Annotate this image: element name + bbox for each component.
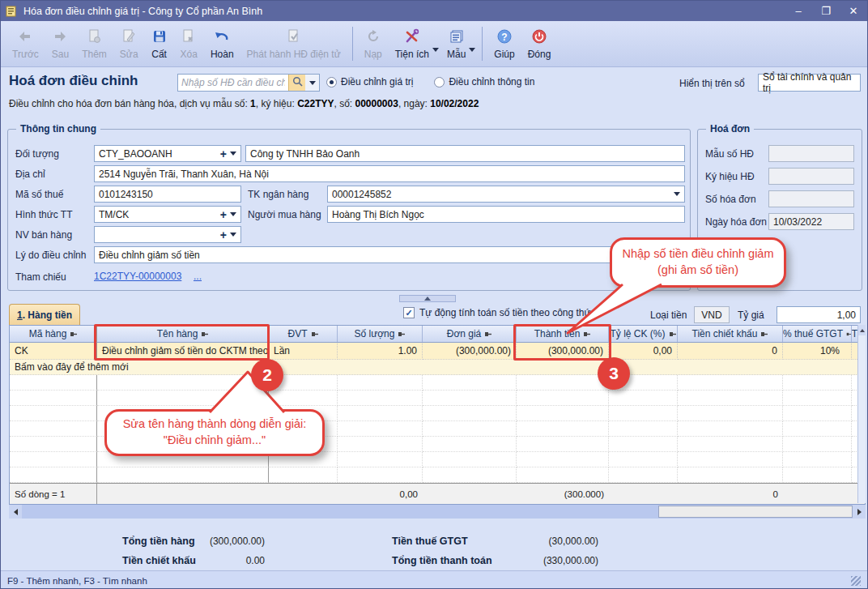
close-form-button[interactable]: Đóng <box>521 26 558 62</box>
cell-dvt[interactable]: Lần <box>269 343 338 360</box>
add-plus-icon[interactable]: + <box>220 208 227 221</box>
payment-method-combo[interactable]: TM/CK + <box>94 206 241 223</box>
minimize-icon[interactable]: – <box>785 1 812 21</box>
chevron-down-icon[interactable] <box>230 233 236 237</box>
undo-button[interactable]: Hoàn <box>204 26 240 62</box>
help-button[interactable]: ? Giúp <box>487 26 521 62</box>
delete-button[interactable]: Xóa <box>174 26 204 62</box>
total-goods-value: (300,000.00) <box>160 536 265 547</box>
bank-account-combo[interactable]: 00001245852 <box>327 186 685 203</box>
power-icon <box>531 28 547 47</box>
customer-name-field[interactable]: Công ty TNHH Bảo Oanh <box>245 145 685 162</box>
title-bar: Hóa đơn điều chỉnh giá trị - Công ty Cổ … <box>1 1 867 21</box>
col-header-so-luong[interactable]: Số lượng <box>338 326 423 343</box>
invoice-template-field[interactable] <box>768 145 854 162</box>
total-payment-value: (330,000.00) <box>493 555 598 566</box>
invoice-number-field[interactable] <box>768 190 854 207</box>
pin-icon[interactable] <box>398 331 405 338</box>
col-header-don-gia[interactable]: Đơn giá <box>423 326 517 343</box>
publish-einvoice-button[interactable]: Phát hành HĐ điện tử <box>240 26 347 62</box>
salesperson-combo[interactable]: + <box>94 226 241 243</box>
col-header-tien-chiet-khau[interactable]: Tiền chiết khấu <box>678 326 783 343</box>
back-icon <box>17 28 33 47</box>
pin-icon[interactable] <box>484 331 491 338</box>
cell-ma-hang[interactable]: CK <box>10 343 97 360</box>
edit-icon <box>121 28 137 47</box>
save-button[interactable]: Cất <box>145 26 174 62</box>
cell-tien-chiet-khau[interactable]: 0 <box>678 343 783 360</box>
col-header-thue-gtgt[interactable]: % thuế GTGT <box>783 326 852 343</box>
back-button[interactable]: Trước <box>6 26 45 62</box>
edit-button[interactable]: Sửa <box>113 26 145 62</box>
radio-adjust-info[interactable]: Điều chỉnh thông tin <box>434 76 534 87</box>
rate-field[interactable]: 1,00 <box>777 306 861 323</box>
add-new-row[interactable]: Bấm vào đây để thêm mới <box>10 360 865 375</box>
empty-row[interactable] <box>10 375 865 391</box>
cell-so-luong[interactable]: 1.00 <box>338 343 423 360</box>
template-dropdown-icon[interactable] <box>469 48 475 52</box>
empty-row[interactable] <box>10 467 865 483</box>
tab-items[interactable]: 1. Hàng tiền <box>9 304 80 325</box>
cell-thue-gtgt[interactable]: 10% <box>783 343 852 360</box>
address-field[interactable]: 2514 Nguyễn Trãi, Thanh Xuân, Hà Nội <box>94 165 685 182</box>
chevron-down-icon[interactable] <box>230 152 236 156</box>
reference-more-link[interactable]: ... <box>194 271 202 282</box>
reference-link[interactable]: 1C22TYY-00000003 <box>94 271 181 282</box>
toolbar-separator <box>352 27 353 61</box>
add-plus-icon[interactable]: + <box>220 228 227 241</box>
resize-grip-icon[interactable] <box>851 576 861 586</box>
scroll-left-icon[interactable] <box>9 505 22 519</box>
scroll-right-icon[interactable] <box>853 505 866 519</box>
invoice-date-label: Ngày hóa đơn <box>705 216 767 228</box>
page-title: Hoá đơn điều chỉnh <box>9 73 138 89</box>
forward-button[interactable]: Sau <box>45 26 75 62</box>
reload-button[interactable]: Nạp <box>358 26 389 62</box>
cell-don-gia[interactable]: (300,000.00) <box>423 343 517 360</box>
close-icon[interactable]: ✕ <box>840 1 867 21</box>
add-plus-icon[interactable]: + <box>220 147 227 160</box>
pin-icon[interactable] <box>846 331 851 338</box>
maximize-icon[interactable]: ❐ <box>812 1 840 21</box>
pin-icon[interactable] <box>311 331 318 338</box>
display-on-book-select[interactable]: Sổ tài chính và quản trị <box>758 74 861 92</box>
pin-icon[interactable] <box>70 331 77 338</box>
col-header-dvt[interactable]: ĐVT <box>269 326 338 343</box>
collapse-arrow-icon <box>424 297 431 301</box>
undo-icon <box>214 28 230 47</box>
invoice-serial-field[interactable] <box>768 168 854 185</box>
pin-icon[interactable] <box>669 331 676 338</box>
collapse-splitter-button[interactable] <box>399 295 456 302</box>
utilities-dropdown-icon[interactable] <box>432 48 439 52</box>
scroll-up-icon[interactable] <box>858 325 866 335</box>
auto-calc-checkbox[interactable]: ✓ <box>403 307 415 318</box>
invoice-date-field[interactable]: 10/03/2022 <box>768 213 854 230</box>
search-input[interactable] <box>178 75 288 91</box>
tax-code-field[interactable]: 0101243150 <box>94 186 241 203</box>
search-dropdown-button[interactable] <box>305 75 319 91</box>
radio-adjust-value[interactable]: Điều chỉnh giá trị <box>326 76 413 87</box>
currency-field[interactable]: VND <box>694 306 730 323</box>
reason-field[interactable]: Điều chỉnh giảm số tiền <box>94 246 685 263</box>
invoice-serial-label: Ký hiệu HĐ <box>705 171 755 182</box>
buyer-field[interactable]: Hoàng Thị Bích Ngọc <box>327 206 685 223</box>
template-button[interactable]: Mẫu <box>440 26 472 62</box>
chevron-down-icon[interactable] <box>674 192 680 196</box>
customer-code-combo[interactable]: CTY_BAOOANH + <box>94 145 241 162</box>
tax-code-label: Mã số thuế <box>15 189 63 200</box>
cell-ty-le-ck[interactable]: 0,00 <box>609 343 678 360</box>
search-button[interactable] <box>288 75 305 91</box>
scrollbar-thumb[interactable] <box>658 506 853 518</box>
vertical-scrollbar[interactable] <box>857 325 866 503</box>
pin-icon[interactable] <box>760 331 768 338</box>
horizontal-scrollbar[interactable] <box>9 505 866 519</box>
add-button[interactable]: Thêm <box>75 26 113 62</box>
utilities-button[interactable]: Tiện ích <box>389 26 436 62</box>
rate-label: Tỷ giá <box>738 309 764 321</box>
total-vat-value: (30,000.00) <box>493 536 598 547</box>
invoice-number-label: Số hóa đơn <box>705 194 756 205</box>
col-header-ma-hang[interactable]: Mã hàng <box>10 326 97 343</box>
chevron-down-icon[interactable] <box>230 212 236 216</box>
empty-row[interactable] <box>10 391 865 406</box>
step-badge-2: 2 <box>251 359 283 391</box>
refresh-icon <box>365 28 381 47</box>
